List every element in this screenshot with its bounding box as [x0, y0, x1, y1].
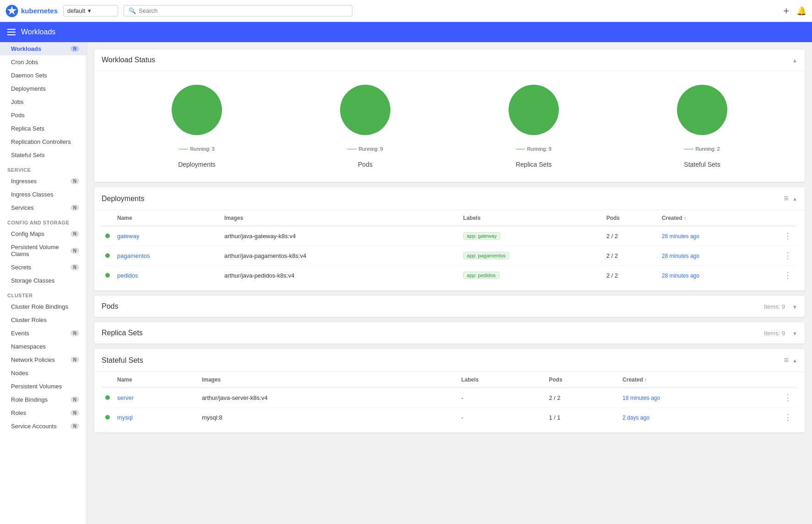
sidebar-item-ingresses[interactable]: IngressesN	[0, 175, 87, 188]
search-input[interactable]	[139, 7, 347, 14]
pods-items-count: Items: 9	[764, 303, 785, 310]
expand-pods-button[interactable]	[792, 303, 797, 310]
sidebar-item-stateful-sets[interactable]: Stateful Sets	[0, 148, 87, 162]
sidebar-item-label: Secrets	[11, 264, 31, 271]
status-cell	[102, 266, 114, 285]
expand-replica-sets-button[interactable]	[792, 330, 797, 337]
created-time-link[interactable]: 28 minutes ago	[662, 233, 699, 240]
donut-chart-replica-sets	[504, 80, 563, 140]
status-cell	[102, 408, 114, 427]
table-row: server arthur/java-server-k8s:v4 - 2 / 2…	[102, 388, 797, 408]
hamburger-menu-button[interactable]	[7, 29, 16, 35]
chart-deployments: Running: 3Deployments	[167, 80, 227, 168]
deployments-title: Deployments	[102, 195, 144, 203]
sidebar-item-jobs[interactable]: Jobs	[0, 95, 87, 109]
chart-title-deployments: Deployments	[178, 161, 216, 168]
filter-stateful-sets-icon[interactable]	[784, 355, 789, 365]
sidebar-item-pods[interactable]: Pods	[0, 109, 87, 122]
sidebar-item-daemon-sets[interactable]: Daemon Sets	[0, 69, 87, 82]
more-options-button[interactable]: ⋮	[782, 231, 794, 240]
ss-name-link[interactable]: server	[117, 394, 134, 401]
created-time-link[interactable]: 18 minutes ago	[623, 395, 660, 401]
sidebar-item-services[interactable]: ServicesN	[0, 201, 87, 214]
more-options-button[interactable]: ⋮	[782, 271, 794, 280]
sidebar-item-network-policies[interactable]: Network PoliciesN	[0, 353, 87, 366]
more-cell: ⋮	[778, 226, 797, 246]
image-value: arthur/java-server-k8s:v4	[202, 394, 268, 401]
name-cell: gateway	[114, 226, 221, 246]
pods-cell: 2 / 2	[603, 266, 658, 285]
deployment-name-link[interactable]: pedidos	[117, 272, 138, 279]
sidebar-item-storage-classes[interactable]: Storage Classes	[0, 274, 87, 287]
sidebar-item-badge: N	[70, 205, 79, 211]
workload-status-card: Workload Status Running: 3DeploymentsRun…	[94, 49, 805, 182]
topbar-actions: + 🔔	[783, 5, 807, 17]
workload-status-title: Workload Status	[102, 56, 155, 64]
filter-icon[interactable]	[784, 194, 789, 203]
sidebar-item-cluster-roles[interactable]: Cluster Roles	[0, 313, 87, 327]
app-name: kubernetes	[21, 7, 58, 15]
sidebar-item-replica-sets[interactable]: Replica Sets	[0, 122, 87, 135]
ss-col-status	[102, 372, 114, 388]
search-bar[interactable]	[124, 5, 352, 16]
created-cell: 28 minutes ago	[658, 266, 778, 285]
col-created[interactable]: Created	[658, 210, 778, 226]
sidebar-item-nodes[interactable]: Nodes	[0, 366, 87, 380]
svg-point-2	[172, 85, 222, 135]
sidebar-item-service-accounts[interactable]: Service AccountsN	[0, 420, 87, 433]
sidebar-item-label: Jobs	[11, 98, 23, 105]
sidebar-item-role-bindings[interactable]: Role BindingsN	[0, 393, 87, 406]
sidebar-item-persistent-volumes[interactable]: Persistent Volumes	[0, 380, 87, 393]
sidebar-item-roles[interactable]: RolesN	[0, 406, 87, 420]
more-options-button[interactable]: ⋮	[782, 413, 794, 422]
sidebar-item-secrets[interactable]: SecretsN	[0, 261, 87, 274]
ss-col-name: Name	[114, 372, 198, 388]
status-cell	[102, 388, 114, 408]
chart-pods: Running: 9Pods	[336, 80, 395, 168]
pods-collapsed-row[interactable]: Pods Items: 9	[94, 296, 805, 317]
sidebar-item-replication-controllers[interactable]: Replication Controllers	[0, 135, 87, 148]
collapse-deployments-button[interactable]	[792, 195, 797, 202]
sidebar-item-label: Cluster Roles	[11, 317, 47, 323]
namespace-dropdown[interactable]: default ▾	[63, 5, 118, 16]
label-chip: app: pagamentos	[463, 252, 509, 259]
ss-name-link[interactable]: mysql	[117, 414, 133, 421]
sidebar-item-label: Deployments	[11, 85, 46, 92]
deployment-name-link[interactable]: pagamentos	[117, 252, 150, 259]
sidebar-item-ingress-classes[interactable]: Ingress Classes	[0, 188, 87, 201]
created-time-link[interactable]: 28 minutes ago	[662, 273, 699, 279]
sidebar-item-namespaces[interactable]: Namespaces	[0, 340, 87, 353]
add-button[interactable]: +	[783, 5, 789, 17]
running-label-replica-sets: Running: 9	[516, 146, 551, 152]
image-cell: arthur/java-pagamentos-k8s:v4	[221, 246, 460, 266]
svg-point-4	[509, 85, 559, 135]
sidebar-item-persistent-volume-claims[interactable]: Persistent Volume ClaimsN	[0, 240, 87, 261]
col-images: Images	[221, 210, 460, 226]
sidebar-item-deployments[interactable]: Deployments	[0, 82, 87, 95]
sidebar-item-config-maps[interactable]: Config MapsN	[0, 227, 87, 240]
notifications-bell-icon[interactable]: 🔔	[796, 6, 807, 16]
topbar: kubernetes default ▾ + 🔔	[0, 0, 812, 22]
namespace-value: default	[67, 7, 85, 14]
sidebar-item-label: Persistent Volume Claims	[11, 244, 70, 257]
label-cell: -	[458, 388, 546, 408]
sidebar-item-events[interactable]: EventsN	[0, 327, 87, 340]
deployments-table-head: Name Images Labels Pods Created	[102, 210, 797, 226]
sidebar-item-cluster-role-bindings[interactable]: Cluster Role Bindings	[0, 300, 87, 313]
created-time-link[interactable]: 28 minutes ago	[662, 253, 699, 259]
created-time-link[interactable]: 2 days ago	[623, 415, 650, 421]
sidebar-item-workloads[interactable]: WorkloadsN	[0, 42, 87, 55]
deployments-table-section: Name Images Labels Pods Created gateway …	[94, 210, 805, 290]
more-options-button[interactable]: ⋮	[782, 251, 794, 260]
more-options-button[interactable]: ⋮	[782, 393, 794, 402]
sidebar-item-cron-jobs[interactable]: Cron Jobs	[0, 55, 87, 69]
collapse-stateful-sets-button[interactable]	[792, 357, 797, 364]
pods-cell: 2 / 2	[545, 388, 619, 408]
collapse-workload-status-button[interactable]	[792, 57, 797, 64]
table-row: pagamentos arthur/java-pagamentos-k8s:v4…	[102, 246, 797, 266]
running-label-deployments: Running: 3	[179, 146, 214, 152]
ss-col-created[interactable]: Created	[619, 372, 778, 388]
deployment-name-link[interactable]: gateway	[117, 233, 139, 240]
sidebar-item-badge: N	[70, 264, 79, 270]
replica-sets-collapsed-row[interactable]: Replica Sets Items: 9	[94, 322, 805, 344]
